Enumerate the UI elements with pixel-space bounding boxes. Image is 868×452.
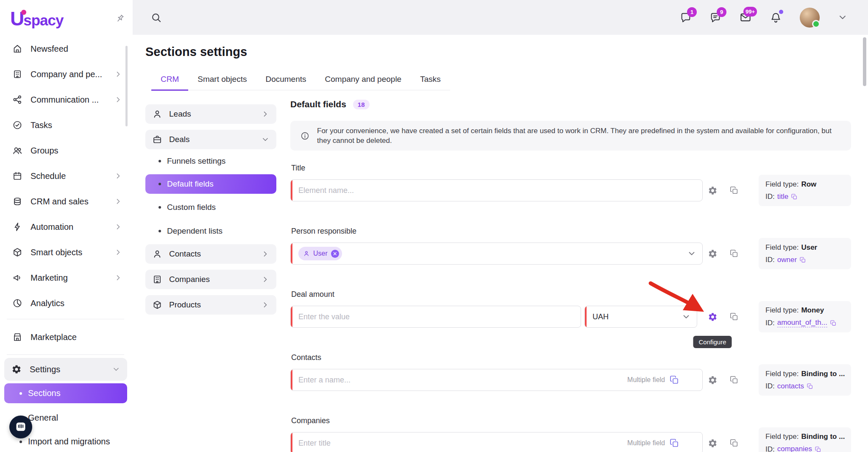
sidebar-item-marketing[interactable]: Marketing <box>0 265 128 290</box>
profile-chevron-down-icon[interactable] <box>837 12 848 22</box>
sidebar-item-smart-objects[interactable]: Smart objects <box>0 240 128 265</box>
deals-nav-custom-fields[interactable]: Custom fields <box>145 198 276 216</box>
field-type-value: Row <box>801 180 816 189</box>
deal-amount-input-wrapper <box>290 306 581 328</box>
crm-nav-products[interactable]: Products <box>145 295 276 315</box>
sidebar-item-crm[interactable]: CRM and sales <box>0 189 128 214</box>
deals-nav-default-fields[interactable]: Default fields <box>145 174 276 194</box>
crm-nav-companies[interactable]: Companies <box>145 270 276 289</box>
sidebar-item-groups[interactable]: Groups <box>0 138 128 163</box>
companies-input[interactable] <box>298 432 516 452</box>
notifications-button[interactable] <box>770 11 782 24</box>
sidebar-item-analytics[interactable]: Analytics <box>0 290 128 316</box>
info-text: For your convenience, we have created a … <box>317 126 841 145</box>
sidebar-item-tasks[interactable]: Tasks <box>0 112 128 138</box>
title-input[interactable] <box>298 180 695 201</box>
contacts-input[interactable] <box>298 369 516 391</box>
field-meta: Field type:Binding to ... ID:contacts <box>759 364 851 396</box>
gear-icon <box>708 438 718 448</box>
duplicate-field-button[interactable] <box>727 184 741 197</box>
sidebar-item-company[interactable]: Company and pe... <box>0 61 128 87</box>
sidebar-item-communication[interactable]: Communication ... <box>0 87 128 112</box>
sidebar-item-newsfeed[interactable]: Newsfeed <box>0 36 128 61</box>
sidebar-item-settings[interactable]: Settings <box>4 358 127 381</box>
comments-button[interactable]: 1 <box>680 11 692 23</box>
duplicate-field-button[interactable] <box>727 310 741 324</box>
fields-count-badge: 18 <box>353 100 370 109</box>
field-row-title: Title Field type:Row ID:title <box>290 164 851 211</box>
copy-id-icon[interactable] <box>830 320 837 326</box>
configure-field-button[interactable] <box>706 310 719 324</box>
bullet-dot <box>159 206 161 209</box>
main-scrollbar[interactable] <box>863 37 866 86</box>
configure-field-button[interactable] <box>706 373 719 387</box>
crm-nav-contacts[interactable]: Contacts <box>145 244 276 264</box>
sidebar-item-label: CRM and sales <box>31 197 89 206</box>
deals-nav-dependent-lists[interactable]: Dependent lists <box>145 222 276 240</box>
uspacy-logo[interactable]: U spacy <box>10 7 63 30</box>
field-id-value[interactable]: amount_of_th... <box>777 318 827 327</box>
chevron-down-icon <box>261 135 270 144</box>
field-id-value[interactable]: contacts <box>777 382 804 391</box>
field-id-value[interactable]: title <box>777 193 788 201</box>
field-id-label: ID: <box>765 382 775 391</box>
search-icon[interactable] <box>150 12 162 23</box>
copy-id-icon[interactable] <box>815 446 821 452</box>
marketing-icon <box>12 272 23 283</box>
deal-amount-input[interactable] <box>298 306 573 327</box>
notification-dot <box>779 10 783 14</box>
configure-field-button[interactable] <box>706 247 719 260</box>
sidebar-item-label: Newsfeed <box>31 44 68 54</box>
tab-tasks[interactable]: Tasks <box>411 70 450 91</box>
pin-sidebar-icon[interactable] <box>115 14 125 24</box>
tab-smart-objects[interactable]: Smart objects <box>188 70 256 91</box>
field-type-value: Binding to ... <box>801 432 845 441</box>
currency-select[interactable]: UAH <box>584 306 697 328</box>
configure-field-button[interactable] <box>706 436 719 450</box>
bullet-dot <box>19 392 22 395</box>
deals-nav-funnels-settings[interactable]: Funnels settings <box>145 152 276 170</box>
gear-icon <box>708 375 718 385</box>
chevron-right-icon <box>114 248 122 257</box>
duplicate-field-button[interactable] <box>727 436 741 450</box>
field-row-companies: Companies Multiple field Field type:Bind… <box>290 416 851 452</box>
tab-crm[interactable]: CRM <box>151 70 188 91</box>
sidebar-item-marketplace[interactable]: Marketplace <box>0 324 128 350</box>
crm-nav-deals[interactable]: Deals <box>145 130 276 149</box>
user-avatar[interactable] <box>800 8 820 28</box>
tab-company-and-people[interactable]: Company and people <box>316 70 411 91</box>
sidebar-item-schedule[interactable]: Schedule <box>0 163 128 189</box>
sidebar-item-label: Tasks <box>31 120 52 130</box>
field-meta: Field type:Binding to ... ID:companies <box>759 427 851 452</box>
selected-user-chip[interactable]: User ✕ <box>298 247 342 260</box>
duplicate-field-button[interactable] <box>727 247 741 260</box>
copy-id-icon[interactable] <box>807 383 813 390</box>
messenger-button[interactable]: 9 <box>709 11 721 23</box>
field-id-value[interactable]: owner <box>777 256 797 264</box>
person-icon <box>303 250 310 257</box>
configure-field-button[interactable] <box>706 184 719 197</box>
sidebar-item-automation[interactable]: Automation <box>0 214 128 240</box>
field-id-value[interactable]: companies <box>777 445 812 452</box>
sidebar-item-label: Analytics <box>31 299 64 308</box>
automation-icon <box>12 221 23 232</box>
tab-documents[interactable]: Documents <box>256 70 315 91</box>
chevron-down-icon[interactable] <box>682 312 691 321</box>
tasks-icon <box>12 120 23 131</box>
mail-button[interactable]: 99+ <box>739 11 752 24</box>
multiple-field-icon <box>669 438 679 448</box>
chevron-down-icon[interactable] <box>687 249 696 258</box>
duplicate-field-button[interactable] <box>727 373 741 387</box>
chevron-right-icon <box>261 275 270 284</box>
crm-nav-leads[interactable]: Leads <box>145 104 276 124</box>
field-row-person-responsible: Person responsible User ✕ Field type:Use… <box>290 227 851 274</box>
person-responsible-select[interactable]: User ✕ <box>290 243 703 265</box>
remove-user-icon[interactable]: ✕ <box>331 250 339 258</box>
sidebar-scrollbar[interactable] <box>125 46 128 126</box>
chevron-right-icon <box>114 223 122 231</box>
support-chat-button[interactable] <box>9 416 32 438</box>
multiple-field-label: Multiple field <box>627 439 665 447</box>
copy-id-icon[interactable] <box>799 257 806 263</box>
sidebar-item-sections[interactable]: Sections <box>4 383 127 403</box>
copy-id-icon[interactable] <box>791 193 798 200</box>
